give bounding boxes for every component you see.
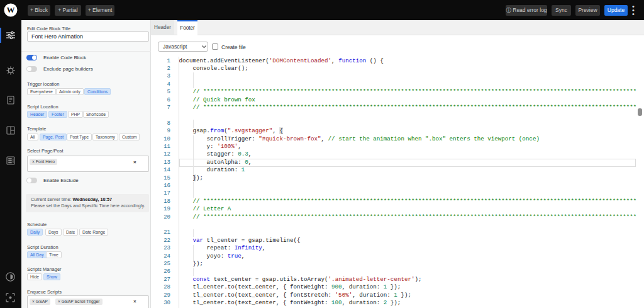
svg-text:W: W (7, 5, 15, 14)
